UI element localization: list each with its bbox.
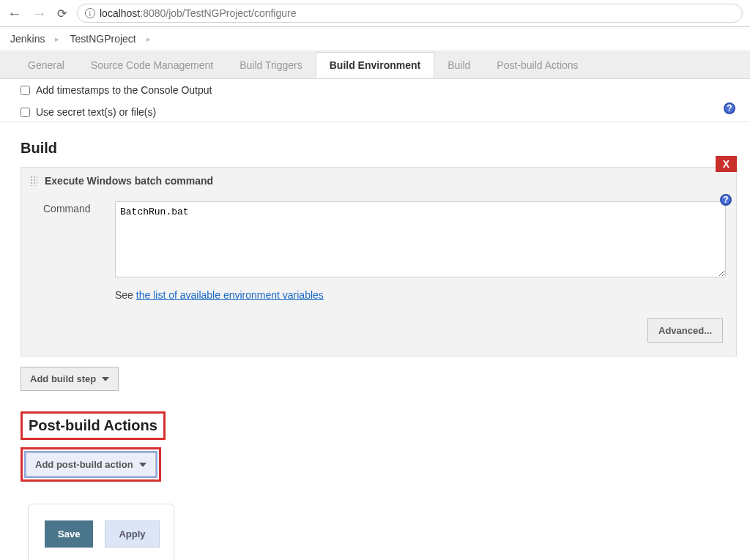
- command-textarea[interactable]: [115, 201, 726, 277]
- reload-icon[interactable]: ⟳: [57, 7, 67, 20]
- tab-build[interactable]: Build: [434, 53, 483, 78]
- checkbox-timestamps[interactable]: [21, 86, 30, 95]
- advanced-button[interactable]: Advanced...: [647, 318, 723, 343]
- tab-build-environment[interactable]: Build Environment: [316, 52, 434, 78]
- help-icon[interactable]: ?: [724, 102, 735, 114]
- save-button[interactable]: Save: [45, 520, 93, 548]
- url-host: localhost: [100, 7, 140, 19]
- checkbox-secret[interactable]: [21, 108, 30, 117]
- url-rest: :8080/job/TestNGProject/configure: [140, 7, 296, 19]
- option-label: Use secret text(s) or file(s): [36, 106, 156, 118]
- chevron-right-icon: ▸: [55, 34, 59, 44]
- breadcrumb-item[interactable]: TestNGProject: [70, 33, 135, 45]
- back-icon[interactable]: ←: [7, 5, 22, 22]
- option-timestamps[interactable]: Add timestamps to the Console Output: [21, 79, 737, 101]
- delete-step-button[interactable]: X: [716, 156, 737, 172]
- breadcrumb: Jenkins ▸ TestNGProject ▸: [0, 27, 750, 51]
- content: Add timestamps to the Console Output Use…: [0, 79, 750, 560]
- tab-build-triggers[interactable]: Build Triggers: [226, 53, 316, 78]
- env-vars-note: See the list of available environment va…: [21, 285, 736, 310]
- env-vars-link[interactable]: the list of available environment variab…: [136, 289, 324, 301]
- tab-general[interactable]: General: [15, 53, 78, 78]
- help-icon[interactable]: ?: [720, 194, 732, 206]
- chevron-right-icon: ▸: [146, 34, 151, 44]
- forward-icon[interactable]: →: [32, 5, 47, 22]
- postbuild-heading: Post-build Actions: [24, 415, 162, 436]
- button-label: Add post-build action: [35, 459, 133, 470]
- info-icon[interactable]: i: [85, 8, 95, 18]
- build-heading: Build: [21, 140, 737, 157]
- breadcrumb-item[interactable]: Jenkins: [10, 33, 45, 45]
- button-label: Add build step: [30, 373, 96, 384]
- highlight-box: Add post-build action: [21, 447, 161, 482]
- tab-postbuild[interactable]: Post-build Actions: [483, 53, 591, 78]
- tab-scm[interactable]: Source Code Management: [78, 53, 226, 78]
- caret-down-icon: [139, 463, 146, 467]
- config-tabs: General Source Code Management Build Tri…: [0, 51, 750, 79]
- browser-bar: ← → ⟳ i localhost:8080/job/TestNGProject…: [0, 0, 750, 27]
- build-step-exec-batch: Execute Windows batch command X ? Comman…: [21, 167, 737, 356]
- option-label: Add timestamps to the Console Output: [36, 84, 212, 96]
- caret-down-icon: [102, 377, 109, 381]
- footer-actions: Save Apply: [28, 504, 174, 560]
- command-label: Command: [43, 201, 102, 214]
- highlight-box: Post-build Actions: [21, 411, 166, 440]
- add-postbuild-action-button[interactable]: Add post-build action: [26, 452, 156, 477]
- drag-handle-icon[interactable]: [30, 176, 37, 186]
- url-bar[interactable]: i localhost:8080/job/TestNGProject/confi…: [77, 4, 743, 23]
- build-step-title: Execute Windows batch command: [45, 175, 213, 187]
- divider: [0, 122, 750, 122]
- apply-button[interactable]: Apply: [105, 520, 159, 548]
- add-build-step-button[interactable]: Add build step: [21, 367, 119, 391]
